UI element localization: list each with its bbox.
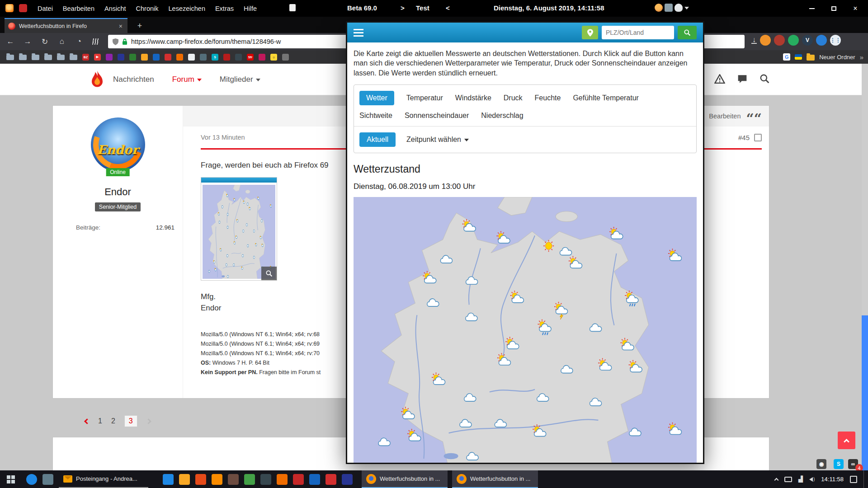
conversations-icon[interactable] [737,74,748,84]
menu-lesezeichen[interactable]: Lesezeichen [164,0,210,17]
wetterfuchs-caret-icon[interactable] [684,7,689,9]
bookmark-site-icon[interactable] [223,54,230,61]
taskbar-app-firefox-1[interactable]: Wetterfuchsbutton in ... [362,470,448,488]
bookmark-site-icon[interactable] [141,54,148,61]
nav-forum[interactable]: Forum [172,75,202,84]
bookmark-folder-icon[interactable] [32,55,39,60]
menu-ansicht[interactable]: Ansicht [99,0,131,17]
weather-map[interactable] [354,197,697,463]
tab-feuchte[interactable]: Feuchte [535,94,561,102]
bookmark-site-icon[interactable]: ▶ [94,54,101,61]
taskbar-icon[interactable] [260,474,271,485]
back-button[interactable]: ← [3,35,18,48]
bookmark-site-icon[interactable] [282,54,289,61]
bookmark-site-icon[interactable] [259,54,265,61]
taskbar-icon[interactable] [163,474,174,485]
prev-page-icon[interactable] [84,418,90,424]
menu-datei[interactable]: Datei [33,0,58,17]
library-icon[interactable] [89,35,104,48]
action-center-icon[interactable] [850,476,857,483]
shield-icon[interactable] [113,38,118,45]
menu-bearbeiten[interactable]: Bearbeiten [58,0,99,17]
taskbar-icon[interactable] [179,474,190,485]
tab-wetter[interactable]: Wetter [359,91,394,105]
forward-button[interactable]: → [20,35,35,48]
bookmark-folder-icon[interactable] [70,55,77,60]
bookmark-site-icon[interactable] [106,54,113,61]
page-2[interactable]: 2 [111,417,115,425]
bookmark-site-icon[interactable] [200,54,207,61]
extension-v-icon[interactable]: V [802,35,813,46]
tray-overflow-icon[interactable]: ◉ [816,459,826,469]
bookmark-site-icon[interactable]: ☺ [270,54,277,61]
bookmark-site-icon[interactable] [118,54,124,61]
tray-expand-icon[interactable] [774,478,779,483]
bookmark-site-icon[interactable] [129,54,136,61]
post-number[interactable]: #45 [738,134,750,141]
taskbar-icon[interactable] [244,474,255,485]
taskbar-icon[interactable] [26,474,37,485]
bookmarks-overflow-icon[interactable]: » [860,53,863,61]
minimize-button[interactable] [801,0,823,17]
aktuell-button[interactable]: Aktuell [359,132,396,147]
google-bookmark-icon[interactable]: G [783,53,790,61]
taskbar-clock[interactable]: 14:11:58 [821,470,844,488]
extension-icon[interactable] [816,35,827,46]
report-warning-icon[interactable] [714,74,725,84]
tab-sichtweite[interactable]: Sichtweite [359,112,392,120]
tab-sonnenscheindauer[interactable]: Sonnenscheindauer [405,112,469,120]
bookmark-folder-icon[interactable] [807,55,815,61]
post-timestamp[interactable]: Vor 13 Minuten [201,134,245,141]
volume-tray-icon[interactable]: ) [809,477,815,482]
taskbar-icon[interactable] [195,474,206,485]
printer-icon[interactable] [665,4,673,12]
tab-close-icon[interactable]: × [118,23,124,30]
avatar[interactable]: Endor [91,117,145,172]
start-button[interactable] [0,470,22,488]
close-button[interactable]: × [844,0,866,17]
post-image-thumbnail[interactable] [201,177,277,281]
tab-temperatur[interactable]: Temperatur [406,94,443,102]
apps-grid-icon[interactable]: ⋮⋮ [830,35,841,46]
tab-wetterfuchsbutton[interactable]: Wetterfuchsbutton in Firefo × [5,18,127,33]
network-tray-icon[interactable]: ▟ [798,476,803,483]
download-icon[interactable]: ↓ [751,37,757,44]
taskbar-app-mail[interactable]: Posteingang - Andrea... [59,470,148,488]
quote-icon[interactable]: ““ [746,116,762,122]
pinned-app-icon[interactable] [19,4,27,12]
taskbar-app-firefox-2[interactable]: Wetterfuchsbutton in ... [452,470,538,488]
pinned-firefox-icon[interactable] [5,4,14,12]
extension-icon[interactable] [760,35,771,46]
lock-icon[interactable] [122,38,127,45]
tab-niederschlag[interactable]: Niederschlag [481,112,523,120]
bookmark-site-icon[interactable] [153,54,160,61]
flag-bookmark-icon[interactable] [795,54,802,60]
taskbar-icon[interactable] [309,474,320,485]
history-icon[interactable]: ◔ [71,35,87,48]
new-tab-button[interactable]: + [134,20,146,32]
bookmark-site-icon[interactable]: Sfr [247,54,254,61]
thumbnail-zoom-button[interactable] [261,267,277,280]
nav-mitglieder[interactable]: Mitglieder [220,75,260,84]
tab-druck[interactable]: Druck [504,94,523,102]
menu-chronik[interactable]: Chronik [131,0,164,17]
home-button[interactable]: ⌂ [54,35,70,48]
scroll-to-top-button[interactable] [838,432,855,449]
zeitpunkt-select[interactable]: Zeitpunkt wählen [406,136,469,144]
edit-page-icon[interactable] [289,4,296,11]
page-scrollbar-thumb[interactable] [862,315,868,470]
bookmark-site-icon[interactable] [188,54,195,61]
location-search-input[interactable] [602,26,674,39]
show-desktop-button[interactable] [863,470,865,488]
bookmark-site-icon[interactable]: BZ [82,54,89,61]
taskbar-icon[interactable] [228,474,239,485]
menu-hilfe[interactable]: Hilfe [239,0,262,17]
tab-windstaerke[interactable]: Windstärke [455,94,491,102]
taskbar-icon[interactable] [42,474,53,485]
nav-nachrichten[interactable]: Nachrichten [113,75,154,84]
search-icon[interactable] [760,74,769,84]
author-name[interactable]: Endor [104,186,131,198]
taskbar-icon[interactable] [326,474,336,485]
taskbar-icon[interactable] [277,474,288,485]
new-folder-label[interactable]: Neuer Ordner [819,54,855,61]
